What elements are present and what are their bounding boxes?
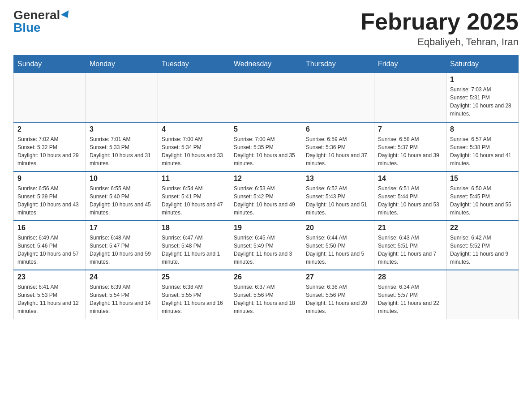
calendar-cell: 1Sunrise: 7:03 AMSunset: 5:31 PMDaylight… [446, 73, 519, 122]
calendar-cell: 2Sunrise: 7:02 AMSunset: 5:32 PMDaylight… [14, 122, 86, 171]
calendar-cell: 16Sunrise: 6:49 AMSunset: 5:46 PMDayligh… [14, 221, 86, 270]
calendar-cell: 22Sunrise: 6:42 AMSunset: 5:52 PMDayligh… [446, 221, 519, 270]
calendar-cell: 4Sunrise: 7:00 AMSunset: 5:34 PMDaylight… [158, 122, 230, 171]
day-info: Sunrise: 7:00 AMSunset: 5:34 PMDaylight:… [162, 135, 226, 167]
calendar-cell: 3Sunrise: 7:01 AMSunset: 5:33 PMDaylight… [86, 122, 158, 171]
day-number: 20 [306, 224, 370, 232]
day-number: 6 [306, 125, 370, 133]
weekday-header-row: SundayMondayTuesdayWednesdayThursdayFrid… [14, 56, 519, 73]
day-info: Sunrise: 7:00 AMSunset: 5:35 PMDaylight:… [234, 135, 298, 167]
weekday-header-saturday: Saturday [446, 56, 519, 73]
day-info: Sunrise: 6:47 AMSunset: 5:48 PMDaylight:… [162, 234, 226, 266]
day-number: 4 [162, 125, 226, 133]
calendar-cell [86, 73, 158, 122]
day-info: Sunrise: 6:56 AMSunset: 5:39 PMDaylight:… [17, 184, 82, 217]
weekday-header-sunday: Sunday [14, 56, 86, 73]
calendar-cell: 18Sunrise: 6:47 AMSunset: 5:48 PMDayligh… [158, 221, 230, 270]
day-number: 5 [234, 125, 298, 133]
day-info: Sunrise: 6:34 AMSunset: 5:57 PMDaylight:… [378, 283, 442, 315]
calendar-cell: 28Sunrise: 6:34 AMSunset: 5:57 PMDayligh… [374, 270, 446, 319]
day-number: 10 [90, 175, 154, 183]
calendar-cell: 25Sunrise: 6:38 AMSunset: 5:55 PMDayligh… [158, 270, 230, 319]
day-info: Sunrise: 6:41 AMSunset: 5:53 PMDaylight:… [17, 283, 82, 315]
location-text: Eqbaliyeh, Tehran, Iran [360, 36, 519, 48]
day-number: 2 [17, 125, 82, 133]
day-number: 13 [306, 175, 370, 183]
calendar-cell: 9Sunrise: 6:56 AMSunset: 5:39 PMDaylight… [14, 171, 86, 221]
day-number: 11 [162, 175, 226, 183]
day-number: 12 [234, 175, 298, 183]
day-number: 26 [234, 273, 298, 281]
day-number: 7 [378, 125, 442, 133]
calendar-cell: 12Sunrise: 6:53 AMSunset: 5:42 PMDayligh… [230, 171, 302, 221]
calendar-cell: 8Sunrise: 6:57 AMSunset: 5:38 PMDaylight… [446, 122, 519, 171]
day-number: 9 [17, 175, 82, 183]
calendar-cell [374, 73, 446, 122]
calendar-cell: 10Sunrise: 6:55 AMSunset: 5:40 PMDayligh… [86, 171, 158, 221]
logo: General Blue [13, 9, 71, 34]
day-number: 17 [90, 224, 154, 232]
day-number: 15 [450, 175, 515, 183]
day-info: Sunrise: 6:57 AMSunset: 5:38 PMDaylight:… [450, 135, 515, 167]
calendar-cell [230, 73, 302, 122]
day-info: Sunrise: 7:01 AMSunset: 5:33 PMDaylight:… [90, 135, 154, 167]
day-info: Sunrise: 6:55 AMSunset: 5:40 PMDaylight:… [90, 184, 154, 217]
calendar-cell: 21Sunrise: 6:43 AMSunset: 5:51 PMDayligh… [374, 221, 446, 270]
day-info: Sunrise: 6:59 AMSunset: 5:36 PMDaylight:… [306, 135, 370, 167]
logo-arrow-icon [61, 10, 72, 20]
calendar-cell [302, 73, 374, 122]
title-block: February 2025 Eqbaliyeh, Tehran, Iran [360, 9, 519, 48]
day-number: 19 [234, 224, 298, 232]
calendar-cell: 5Sunrise: 7:00 AMSunset: 5:35 PMDaylight… [230, 122, 302, 171]
day-info: Sunrise: 6:42 AMSunset: 5:52 PMDaylight:… [450, 234, 515, 266]
day-info: Sunrise: 6:39 AMSunset: 5:54 PMDaylight:… [90, 283, 154, 315]
calendar-cell: 17Sunrise: 6:48 AMSunset: 5:47 PMDayligh… [86, 221, 158, 270]
day-info: Sunrise: 7:03 AMSunset: 5:31 PMDaylight:… [450, 86, 515, 118]
calendar-cell: 27Sunrise: 6:36 AMSunset: 5:56 PMDayligh… [302, 270, 374, 319]
day-info: Sunrise: 7:02 AMSunset: 5:32 PMDaylight:… [17, 135, 82, 167]
week-row-5: 23Sunrise: 6:41 AMSunset: 5:53 PMDayligh… [14, 270, 519, 319]
day-info: Sunrise: 6:50 AMSunset: 5:45 PMDaylight:… [450, 184, 515, 217]
logo-general-text: General [13, 9, 60, 21]
week-row-4: 16Sunrise: 6:49 AMSunset: 5:46 PMDayligh… [14, 221, 519, 270]
day-info: Sunrise: 6:37 AMSunset: 5:56 PMDaylight:… [234, 283, 298, 315]
day-number: 25 [162, 273, 226, 281]
day-number: 24 [90, 273, 154, 281]
calendar-cell: 20Sunrise: 6:44 AMSunset: 5:50 PMDayligh… [302, 221, 374, 270]
day-number: 8 [450, 125, 515, 133]
week-row-2: 2Sunrise: 7:02 AMSunset: 5:32 PMDaylight… [14, 122, 519, 171]
calendar-cell: 7Sunrise: 6:58 AMSunset: 5:37 PMDaylight… [374, 122, 446, 171]
day-number: 22 [450, 224, 515, 232]
weekday-header-friday: Friday [374, 56, 446, 73]
calendar-cell: 23Sunrise: 6:41 AMSunset: 5:53 PMDayligh… [14, 270, 86, 319]
day-number: 3 [90, 125, 154, 133]
day-number: 23 [17, 273, 82, 281]
calendar-cell [14, 73, 86, 122]
weekday-header-monday: Monday [86, 56, 158, 73]
calendar-cell: 15Sunrise: 6:50 AMSunset: 5:45 PMDayligh… [446, 171, 519, 221]
day-number: 1 [450, 76, 515, 84]
week-row-1: 1Sunrise: 7:03 AMSunset: 5:31 PMDaylight… [14, 73, 519, 122]
day-info: Sunrise: 6:44 AMSunset: 5:50 PMDaylight:… [306, 234, 370, 266]
day-info: Sunrise: 6:48 AMSunset: 5:47 PMDaylight:… [90, 234, 154, 266]
calendar-cell: 14Sunrise: 6:51 AMSunset: 5:44 PMDayligh… [374, 171, 446, 221]
day-number: 14 [378, 175, 442, 183]
day-info: Sunrise: 6:54 AMSunset: 5:41 PMDaylight:… [162, 184, 226, 217]
day-info: Sunrise: 6:38 AMSunset: 5:55 PMDaylight:… [162, 283, 226, 315]
day-info: Sunrise: 6:36 AMSunset: 5:56 PMDaylight:… [306, 283, 370, 315]
day-info: Sunrise: 6:45 AMSunset: 5:49 PMDaylight:… [234, 234, 298, 266]
calendar-cell [446, 270, 519, 319]
weekday-header-tuesday: Tuesday [158, 56, 230, 73]
calendar-cell [158, 73, 230, 122]
calendar-cell: 24Sunrise: 6:39 AMSunset: 5:54 PMDayligh… [86, 270, 158, 319]
page-header: General Blue February 2025 Eqbaliyeh, Te… [13, 9, 519, 48]
week-row-3: 9Sunrise: 6:56 AMSunset: 5:39 PMDaylight… [14, 171, 519, 221]
calendar-cell: 26Sunrise: 6:37 AMSunset: 5:56 PMDayligh… [230, 270, 302, 319]
calendar-cell: 19Sunrise: 6:45 AMSunset: 5:49 PMDayligh… [230, 221, 302, 270]
day-info: Sunrise: 6:51 AMSunset: 5:44 PMDaylight:… [378, 184, 442, 217]
month-title: February 2025 [360, 9, 519, 34]
day-info: Sunrise: 6:49 AMSunset: 5:46 PMDaylight:… [17, 234, 82, 266]
day-info: Sunrise: 6:43 AMSunset: 5:51 PMDaylight:… [378, 234, 442, 266]
day-number: 27 [306, 273, 370, 281]
day-info: Sunrise: 6:53 AMSunset: 5:42 PMDaylight:… [234, 184, 298, 217]
